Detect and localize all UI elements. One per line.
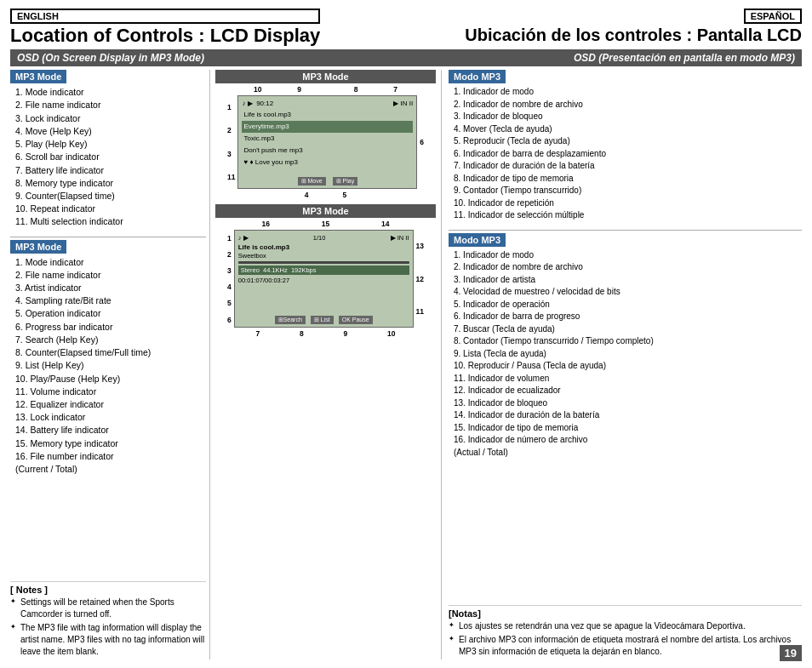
lcd-btn-move: ⊞ Move <box>298 177 326 186</box>
list-item: 2. Indicador de nombre de archivo <box>452 261 802 274</box>
bottom-lcd-screen: ♪ ▶ 1/10 ▶ IN II Life is cool.mp3 Sweetb… <box>234 230 414 328</box>
bottom-left-section: MP3 Mode 1. Mode indicator 2. File name … <box>10 240 206 477</box>
list-item: 9. Lista (Tecla de ayuda) <box>452 348 802 361</box>
list-item: 5. Reproducir (Tecla de ayuda) <box>452 135 802 148</box>
num-indicator: 11 <box>416 307 424 316</box>
list-item: 11. Multi selection indicator <box>14 215 206 228</box>
list-item: 14. Indicador de duración de la batería <box>452 409 802 422</box>
num-indicator: 9 <box>344 329 348 338</box>
list-item: 5. Operation indicator <box>14 307 206 320</box>
list-item: 14. Battery life indicator <box>14 424 206 437</box>
page-number: 19 <box>780 645 802 661</box>
list-item: 8. Indicador de tipo de memoria <box>452 173 802 186</box>
num-indicator: 3 <box>227 150 235 158</box>
num-indicator: 8 <box>354 85 358 94</box>
list-item: 9. List (Help Key) <box>14 359 206 372</box>
list-item: 15. Memory type indicator <box>14 437 206 450</box>
top-lcd-wrapper: MP3 Mode 10 9 8 7 1 2 <box>215 70 436 201</box>
list-item: 8. Memory type indicator <box>14 177 206 190</box>
bottom-lcd-label: MP3 Mode <box>215 204 436 218</box>
num-indicator: 5 <box>343 191 347 199</box>
top-right-list: 1. Indicador de modo 2. Indicador de nom… <box>449 86 802 222</box>
num-indicator: 4 <box>305 191 309 199</box>
notes-en-list: Settings will be retained when the Sport… <box>10 597 206 658</box>
list-item: 7. Search (Help Key) <box>14 334 206 346</box>
list-item: 2. File name indicator <box>14 99 206 111</box>
list-item: 4. Velocidad de muestreo / velocidad de … <box>452 286 802 299</box>
top-right-mode-label: Modo MP3 <box>449 70 506 83</box>
list-item: 3. Indicador de bloqueo <box>452 111 802 123</box>
notes-en-title: [ Notes ] <box>10 585 206 595</box>
lang-badge-es: ESPAÑOL <box>744 9 802 24</box>
list-item: 1. Mode indicator <box>14 86 206 99</box>
lcd-file-list: Life is cool.mp3 Everytime.mp3 Toxic.mp3… <box>242 109 413 168</box>
bottom-right-section: Modo MP3 1. Indicador de modo 2. Indicad… <box>449 233 802 460</box>
top-left-list: 1. Mode indicator 2. File name indicator… <box>10 86 206 228</box>
lcd-btn-search: ⊞Search <box>275 316 306 324</box>
num-indicator: 9 <box>297 85 301 94</box>
lcd-file-item: Toxic.mp3 <box>242 133 413 145</box>
lang-badge-en: ENGLISH <box>10 9 320 24</box>
note-item: The MP3 file with tag information will d… <box>10 622 206 658</box>
list-item: 7. Buscar (Tecla de ayuda) <box>452 323 802 336</box>
bottom-lcd-wrapper: MP3 Mode 16 15 14 1 2 3 <box>215 204 436 338</box>
section-bar: OSD (On Screen Display in MP3 Mode) OSD … <box>10 49 802 66</box>
num-indicator: 12 <box>416 275 424 283</box>
lcd-file-item-selected: Everytime.mp3 <box>242 121 413 133</box>
list-item: 11. Indicador de volumen <box>452 373 802 385</box>
list-item: (Current / Total) <box>14 463 206 476</box>
num-indicator: 7 <box>255 329 260 338</box>
list-item: 10. Repeat indicator <box>14 203 206 215</box>
list-item: 1. Mode indicator <box>14 256 206 269</box>
list-item: 2. File name indicator <box>14 269 206 282</box>
list-item: 4. Sampling rate/Bit rate <box>14 294 206 307</box>
list-item: 9. Counter(Elapsed time) <box>14 190 206 203</box>
top-lcd-nums-top: 10 9 8 7 <box>227 85 424 94</box>
note-item: Los ajustes se retendrán una vez que se … <box>449 620 802 632</box>
list-item: 10. Reproducir / Pausa (Tecla de ayuda) <box>452 360 802 373</box>
lcd-btn-pause: OK Pause <box>339 316 373 324</box>
bottom-lcd-nums-top: 16 15 14 <box>227 220 424 228</box>
notes-en: [ Notes ] Settings will be retained when… <box>10 581 206 659</box>
list-item: 11. Volume indicator <box>14 385 206 398</box>
list-item: 12. Indicador de ecualizador <box>452 385 802 397</box>
num-indicator: 4 <box>227 283 232 291</box>
top-lcd-num-right: 6 <box>417 95 424 189</box>
lcd-file-item: Life is cool.mp3 <box>242 109 413 121</box>
list-item: 8. Counter(Elapsed time/Full time) <box>14 346 206 359</box>
notes-es-title: [Notas] <box>449 608 802 619</box>
num-indicator: 1 <box>227 234 232 243</box>
list-item: (Actual / Total) <box>452 447 802 460</box>
section-bar-left: OSD (On Screen Display in MP3 Mode) <box>17 52 204 64</box>
top-lcd-nums-bottom: 4 5 <box>227 191 424 199</box>
list-item: 1. Indicador de modo <box>452 86 802 99</box>
bottom-lcd-nums-bottom: 7 8 9 10 <box>227 329 424 338</box>
num-indicator: 2 <box>227 126 235 134</box>
top-lcd-screen: ♪ ▶ 90:12 ▶ IN II Life is cool.mp3 Every… <box>237 95 417 189</box>
bottom-lcd-nums-left: 1 2 3 4 5 6 <box>227 230 234 328</box>
num-indicator: 6 <box>420 138 424 146</box>
num-indicator: 10 <box>254 85 261 94</box>
num-indicator: 15 <box>322 220 329 228</box>
top-lcd-nums-left: 1 2 3 11 <box>227 95 237 189</box>
list-item: 10. Indicador de repetición <box>452 197 802 210</box>
note-item: Settings will be retained when the Sport… <box>10 597 206 620</box>
num-indicator: 13 <box>416 242 424 250</box>
list-item: 9. Contador (Tiempo transcurrido) <box>452 185 802 197</box>
section-bar-right: OSD (Presentación en pantalla en modo MP… <box>574 52 795 64</box>
lcd-btn-list: ⊞ List <box>311 316 334 324</box>
bottom-left-list: 1. Mode indicator 2. File name indicator… <box>10 256 206 477</box>
top-right-section: Modo MP3 1. Indicador de modo 2. Indicad… <box>449 70 802 222</box>
num-indicator: 14 <box>381 220 389 228</box>
top-lcd-label: MP3 Mode <box>215 70 436 83</box>
main-title-en: Location of Controls : LCD Display <box>10 26 320 46</box>
num-indicator: 7 <box>393 85 397 94</box>
list-item: 10. Play/Pause (Help Key) <box>14 373 206 385</box>
bottom-lcd-nums-right: 13 12 11 <box>414 230 424 328</box>
list-item: 11. Indicador de selección múltiple <box>452 209 802 222</box>
num-indicator: 8 <box>300 329 304 338</box>
bottom-right-mode-label: Modo MP3 <box>449 233 506 247</box>
list-item: 3. Lock indicator <box>14 112 206 125</box>
bottom-right-list: 1. Indicador de modo 2. Indicador de nom… <box>449 249 802 460</box>
num-indicator: 1 <box>227 103 235 111</box>
